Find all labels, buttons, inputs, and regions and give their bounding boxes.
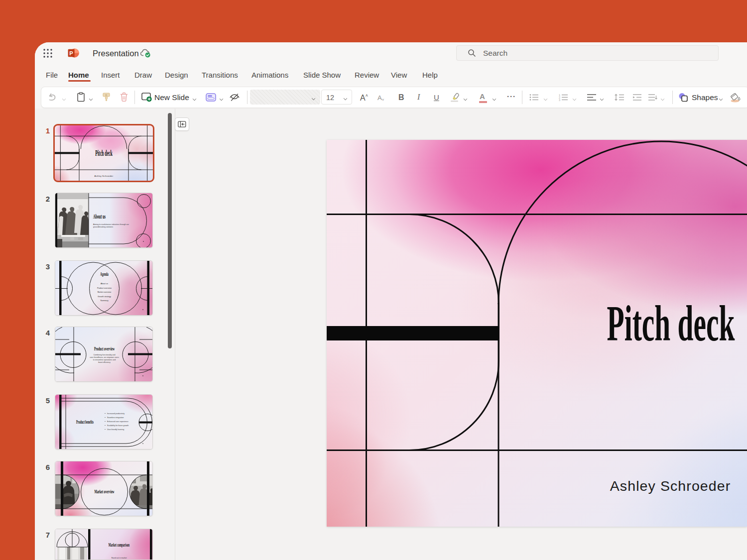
svg-text:Stand out in market: Stand out in market: [111, 557, 126, 559]
svg-text:Agenda: Agenda: [100, 271, 108, 277]
svg-text:to streamline operations and: to streamline operations and: [93, 359, 116, 361]
svg-text:User-friendly learning: User-friendly learning: [107, 429, 124, 431]
svg-text:Product benefits: Product benefits: [76, 419, 94, 425]
svg-text:Increased productivity: Increased productivity: [107, 413, 124, 415]
svg-text:groundbreaking solutions: groundbreaking solutions: [93, 226, 113, 228]
svg-text:About us: About us: [93, 213, 106, 220]
svg-text:P: P: [69, 50, 73, 56]
svg-text:Pitch deck: Pitch deck: [607, 295, 735, 351]
svg-text:3: 3: [559, 99, 560, 101]
svg-text:Market overview: Market overview: [98, 291, 112, 293]
svg-text:Summary: Summary: [100, 300, 108, 302]
svg-text:Aiming to revolutionize indust: Aiming to revolutionize industries throu…: [93, 224, 129, 225]
svg-text:Scalability for future growth: Scalability for future growth: [107, 425, 128, 427]
svg-text:Product overview: Product overview: [97, 287, 112, 289]
svg-text:About us: About us: [101, 283, 108, 285]
svg-text:boost efficiency: boost efficiency: [98, 361, 111, 363]
svg-text:Growth strategy: Growth strategy: [98, 296, 111, 298]
svg-text:Ashley Schroeder: Ashley Schroeder: [610, 478, 731, 494]
svg-text:Enhanced user experience: Enhanced user experience: [107, 421, 128, 423]
svg-text:K: K: [105, 94, 107, 97]
svg-text:Market comparison: Market comparison: [109, 542, 130, 548]
svg-text:Market overview: Market overview: [94, 488, 115, 495]
svg-text:user-friendliness, we empower: user-friendliness, we empower users: [90, 356, 119, 358]
svg-text:Seamless integration: Seamless integration: [107, 417, 124, 419]
svg-text:Product overview: Product overview: [94, 345, 115, 352]
svg-text:Combining functionality and: Combining functionality and: [93, 354, 115, 356]
